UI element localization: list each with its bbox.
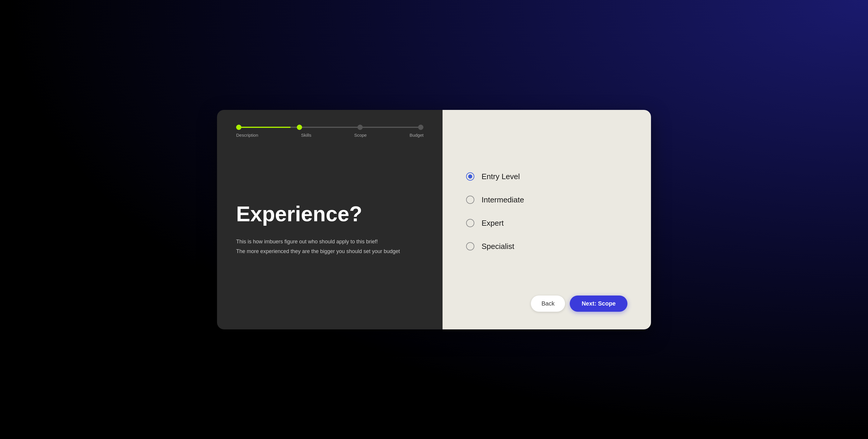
label-budget: Budget — [409, 133, 424, 138]
option-entry-level[interactable]: Entry Level — [466, 172, 627, 181]
option-intermediate[interactable]: Intermediate — [466, 195, 627, 204]
progress-labels: Description Skills Scope Budget — [236, 133, 424, 138]
radio-intermediate[interactable] — [466, 196, 474, 204]
radio-expert[interactable] — [466, 219, 474, 227]
progress-track — [236, 126, 424, 128]
page-title: Experience? — [236, 202, 424, 226]
radio-specialist[interactable] — [466, 242, 474, 251]
progress-dot-skills — [297, 125, 302, 130]
option-label-specialist: Specialist — [482, 242, 514, 251]
option-label-intermediate: Intermediate — [482, 195, 524, 204]
back-button[interactable]: Back — [531, 295, 565, 312]
right-panel: Entry Level Intermediate Expert Speciali… — [442, 110, 651, 329]
description-line1: This is how imbuers figure out who shoul… — [236, 237, 424, 246]
label-skills: Skills — [301, 133, 311, 138]
modal-container: Description Skills Scope Budget Experien… — [217, 110, 651, 329]
progress-dot-budget — [418, 125, 424, 130]
next-button[interactable]: Next: Scope — [570, 295, 627, 312]
label-scope: Scope — [354, 133, 367, 138]
progress-dots — [236, 125, 424, 130]
description-text: This is how imbuers figure out who shoul… — [236, 237, 424, 257]
radio-entry-level[interactable] — [466, 172, 474, 181]
option-expert[interactable]: Expert — [466, 218, 627, 228]
progress-dot-scope — [358, 125, 363, 130]
option-label-entry-level: Entry Level — [482, 172, 520, 181]
button-row: Back Next: Scope — [466, 295, 627, 312]
option-specialist[interactable]: Specialist — [466, 242, 627, 251]
label-description: Description — [236, 133, 258, 138]
option-label-expert: Expert — [482, 218, 503, 228]
progress-dot-description — [236, 125, 242, 130]
progress-section: Description Skills Scope Budget — [236, 126, 424, 138]
main-content: Experience? This is how imbuers figure o… — [236, 138, 424, 313]
options-list: Entry Level Intermediate Expert Speciali… — [466, 127, 627, 295]
left-panel: Description Skills Scope Budget Experien… — [217, 110, 442, 329]
description-line2: The more experienced they are the bigger… — [236, 247, 424, 256]
